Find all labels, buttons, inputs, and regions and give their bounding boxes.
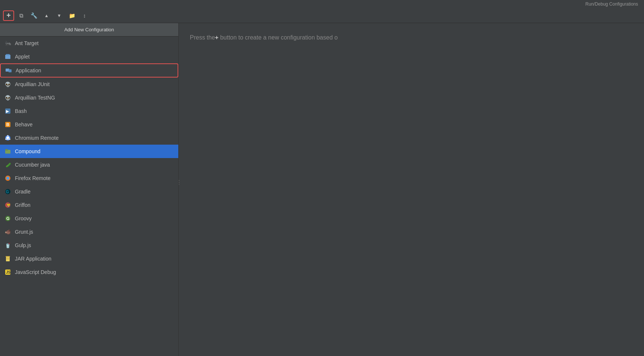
svg-text:G: G [6, 190, 9, 194]
list-item-arquillian-testng[interactable]: 👽 Arquillian TestNG [0, 91, 178, 104]
title-bar: Run/Debug Configurations [0, 0, 644, 8]
firefox-icon [4, 175, 11, 182]
item-label: Compound [15, 148, 41, 154]
hint-plus: + [215, 34, 219, 41]
hint-text: Press the+ button to create a new config… [190, 34, 338, 41]
list-item-jar-application[interactable]: JAR Application [0, 252, 178, 265]
svg-rect-25 [6, 258, 9, 259]
list-item-chromium-remote[interactable]: Chromium Remote [0, 131, 178, 145]
arquillian-testng-icon: 👽 [4, 94, 11, 101]
move-down-button[interactable]: ▼ [54, 10, 65, 21]
application-icon [5, 67, 12, 74]
move-up-button[interactable]: ▲ [41, 10, 52, 21]
left-panel: Add New Configuration 🐜 Ant Target [0, 23, 179, 356]
jar-icon [4, 255, 11, 262]
dropdown-label: Add New Configuration [64, 27, 114, 32]
main-container: + ⧉ 🔧 ▲ ▼ 📁 ↕ Add New Configuration [0, 8, 644, 356]
svg-text:🦁: 🦁 [6, 202, 11, 208]
item-label: Chromium Remote [15, 135, 58, 141]
chromium-icon [4, 135, 11, 141]
item-label: Griffon [15, 202, 31, 208]
item-label: Firefox Remote [15, 175, 51, 181]
bash-icon: ▶ [4, 108, 11, 114]
window-title: Run/Debug Configurations [586, 1, 638, 7]
toolbar: + ⧉ 🔧 ▲ ▼ 📁 ↕ [0, 8, 644, 23]
sort-button[interactable]: ↕ [79, 10, 90, 21]
plus-icon: + [6, 11, 11, 20]
add-configuration-button[interactable]: + [3, 10, 14, 21]
list-item-cucumber-java[interactable]: 🥒 Cucumber java [0, 158, 178, 171]
svg-rect-0 [5, 55, 10, 59]
svg-text:B: B [6, 122, 9, 127]
panel-divider[interactable] [178, 177, 180, 188]
svg-rect-22 [6, 256, 10, 257]
list-item-gulp-js[interactable]: 🥤 Gulp.js [0, 239, 178, 252]
wrench-icon: 🔧 [31, 12, 38, 19]
list-item-griffon[interactable]: 🦁 Griffon [0, 198, 178, 212]
svg-rect-26 [6, 259, 9, 259]
item-label: JavaScript Debug [15, 269, 56, 275]
folder-icon: 📁 [69, 13, 75, 19]
grunt-icon: 🐗 [4, 229, 11, 235]
arquillian-junit-icon: 👽 [4, 81, 11, 88]
svg-point-15 [6, 177, 9, 180]
svg-text:▶: ▶ [6, 109, 9, 113]
groovy-icon: G [4, 215, 11, 222]
item-label: Applet [15, 54, 30, 60]
svg-text:🥒: 🥒 [6, 162, 11, 168]
griffon-icon: 🦁 [4, 202, 11, 208]
divider-dot [179, 184, 179, 185]
list-item-arquillian-junit[interactable]: 👽 Arquillian JUnit [0, 78, 178, 91]
svg-text:G: G [6, 216, 10, 221]
svg-rect-24 [6, 258, 9, 258]
folder-button[interactable]: 📁 [66, 10, 77, 21]
list-item-bash[interactable]: ▶ Bash [0, 104, 178, 118]
add-new-configuration-dropdown[interactable]: Add New Configuration [0, 23, 178, 37]
behave-icon: B [4, 121, 11, 128]
copy-icon: ⧉ [19, 12, 23, 19]
configuration-list: 🐜 Ant Target Applet [0, 37, 178, 356]
gradle-icon: G [4, 188, 11, 195]
list-item-application[interactable]: Application [0, 63, 178, 78]
up-arrow-icon: ▲ [44, 13, 49, 18]
item-label: Grunt.js [15, 229, 33, 235]
svg-rect-3 [9, 69, 12, 72]
content-area: Add New Configuration 🐜 Ant Target [0, 23, 644, 356]
js-debug-icon: JS [4, 269, 11, 275]
wrench-button[interactable]: 🔧 [28, 10, 39, 21]
ant-icon: 🐜 [4, 40, 11, 47]
list-item-javascript-debug[interactable]: JS JavaScript Debug [0, 265, 178, 279]
applet-icon [4, 53, 11, 60]
item-label: Ant Target [15, 40, 39, 46]
item-label: Gulp.js [15, 242, 31, 248]
list-item-behave[interactable]: B Behave [0, 118, 178, 131]
right-panel: Press the+ button to create a new config… [179, 23, 644, 356]
list-item-ant-target[interactable]: 🐜 Ant Target [0, 37, 178, 50]
down-arrow-icon: ▼ [57, 13, 61, 18]
list-item-grunt-js[interactable]: 🐗 Grunt.js [0, 225, 178, 239]
item-label: Behave [15, 122, 32, 127]
item-label: JAR Application [15, 256, 51, 262]
sort-icon: ↕ [83, 13, 86, 19]
item-label: Arquillian JUnit [15, 81, 50, 87]
item-label: Application [16, 67, 41, 73]
item-label: Groovy [15, 215, 32, 221]
svg-rect-11 [5, 149, 8, 151]
list-item-groovy[interactable]: G Groovy [0, 212, 178, 225]
gulp-icon: 🥤 [4, 242, 11, 249]
list-item-firefox-remote[interactable]: Firefox Remote [0, 171, 178, 185]
list-item-compound[interactable]: Compound [0, 145, 178, 158]
compound-icon [4, 148, 11, 155]
svg-text:JS: JS [6, 270, 11, 274]
item-label: Gradle [15, 189, 31, 195]
item-label: Cucumber java [15, 162, 50, 168]
divider-dot [179, 182, 179, 183]
item-label: Bash [15, 108, 27, 114]
cucumber-icon: 🥒 [4, 161, 11, 168]
item-label: Arquillian TestNG [15, 95, 55, 101]
list-item-gradle[interactable]: G Gradle [0, 185, 178, 198]
list-item-applet[interactable]: Applet [0, 50, 178, 63]
svg-rect-1 [6, 54, 10, 55]
divider-dot [179, 180, 179, 181]
copy-button[interactable]: ⧉ [16, 10, 27, 21]
